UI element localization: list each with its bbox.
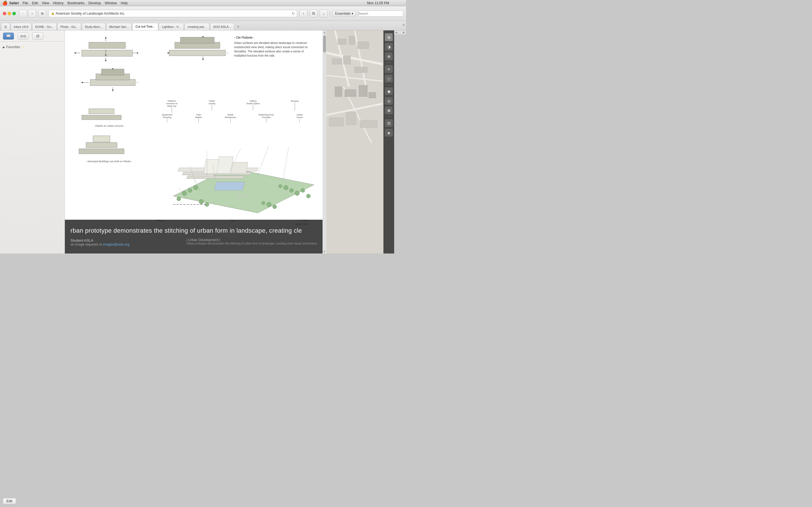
svg-rect-65 xyxy=(246,195,249,198)
menu-history[interactable]: History xyxy=(53,1,63,5)
tab-inbox[interactable]: Inbox (414 xyxy=(11,23,32,30)
tab-study[interactable]: Study Abro... xyxy=(82,23,106,30)
back-button[interactable]: ‹ xyxy=(19,10,27,17)
menu-view[interactable]: View xyxy=(42,1,49,5)
scroll-track[interactable] xyxy=(322,34,326,249)
svg-rect-32 xyxy=(82,115,121,120)
menu-bookmarks[interactable]: Bookmarks xyxy=(68,1,85,5)
panel-icon-6[interactable]: ◎ xyxy=(385,97,393,105)
download-button[interactable]: ↓ xyxy=(320,10,327,17)
svg-marker-11 xyxy=(105,60,107,61)
menu-window[interactable]: Window xyxy=(105,1,117,5)
scroll-right-arrow[interactable]: ▶ xyxy=(403,31,405,34)
cite-diagram-svg xyxy=(166,36,229,61)
svg-rect-88 xyxy=(335,87,342,97)
scroll-thumb[interactable] xyxy=(323,36,326,52)
webpage[interactable]: - Cite Flottante - Urban surfaces are el… xyxy=(65,31,322,253)
tab-cutout[interactable]: Cut out Tree... xyxy=(132,23,158,30)
site-plan-area: Platform connects to Saint-Cyr Public Li… xyxy=(151,100,314,225)
svg-rect-33 xyxy=(89,109,114,114)
toolbar: ‹ › ⊞ 🔒 American Society of Landscape Ar… xyxy=(0,6,406,21)
sidebar-reading-button[interactable]: ◎◎ xyxy=(17,33,29,40)
svg-rect-1 xyxy=(89,42,125,48)
svg-rect-90 xyxy=(359,86,367,97)
svg-rect-40 xyxy=(187,176,244,179)
scroll-up-arrow[interactable]: ▲ xyxy=(323,31,326,34)
panel-icon-8[interactable]: ⊟ xyxy=(385,119,393,127)
panel-icon-4[interactable]: ◻ xyxy=(385,75,393,82)
tab-done[interactable]: DONE - Go... xyxy=(32,23,57,30)
essentials-button[interactable]: Essentials ▾ xyxy=(333,11,356,16)
sidebar: 📖 ◎◎ @ ▶ Favorites ☆ xyxy=(0,31,65,253)
reload-button[interactable]: ↻ xyxy=(292,11,295,15)
panel-icon-3[interactable]: ≡ xyxy=(385,65,393,73)
svg-rect-22 xyxy=(169,50,225,56)
share-button[interactable]: ↑ xyxy=(299,10,307,17)
tab-bar-menu[interactable]: ≡ xyxy=(403,22,405,27)
svg-point-46 xyxy=(188,188,192,192)
right-panel-toolbar: ⊞ ◑ ⊕ ≡ ◻ ◉ ◎ ⊠ ⊟ ◈ xyxy=(384,31,394,253)
tab-photo[interactable]: Photo - Go... xyxy=(57,23,81,30)
maximize-window-button[interactable] xyxy=(12,12,16,15)
panel-icon-2[interactable]: ⊕ xyxy=(385,52,393,60)
sidebar-bookmarks-button[interactable]: 📖 xyxy=(3,33,14,40)
annotation-pool: Reflecting Pool Fountain xyxy=(259,114,274,122)
tab-michael[interactable]: Michael Van... xyxy=(106,23,132,30)
panel-icon-5[interactable]: ◉ xyxy=(385,87,393,95)
overlay-email-link[interactable]: images@asla.org xyxy=(103,242,130,246)
svg-rect-0 xyxy=(82,50,133,56)
menu-help[interactable]: Help xyxy=(121,1,128,5)
tab-duplicate-button[interactable]: ⧉ xyxy=(310,10,317,17)
svg-rect-84 xyxy=(357,42,369,49)
safari-search-input[interactable] xyxy=(358,10,403,17)
annotation-gallery: Gallery Studio Space xyxy=(246,100,260,113)
browser-content: - Cite Flottante - Urban surfaces are el… xyxy=(65,31,394,253)
menu-safari[interactable]: Safari xyxy=(9,1,18,5)
cite-flottante-section: - Cite Flottante - Urban surfaces are el… xyxy=(166,36,314,62)
panel-icon-0[interactable]: ⊞ xyxy=(385,33,393,41)
svg-marker-26 xyxy=(202,36,204,37)
tab-0[interactable]: 2( xyxy=(1,23,10,30)
address-bar[interactable]: 🔒 American Society of Landscape Architec… xyxy=(49,10,297,17)
favorites-header[interactable]: ▶ Favorites ☆ xyxy=(3,44,62,50)
cite-flottante-title: - Cite Flottante - xyxy=(234,36,314,39)
annotation-platform: Platform connects to Saint-Cyr xyxy=(166,100,177,113)
panel-icon-1[interactable]: ◑ xyxy=(385,43,393,51)
sidebar-toggle-button[interactable]: ⊞ xyxy=(38,10,46,17)
tab-asla[interactable]: 2015 ASLA... xyxy=(210,23,234,30)
scroll-left-arrow[interactable]: ◀ xyxy=(395,31,397,34)
vertical-scrollbar[interactable]: ▲ ▼ xyxy=(322,31,326,253)
document-content: - Cite Flottante - Urban surfaces are el… xyxy=(65,31,322,235)
menu-file[interactable]: File xyxy=(22,1,28,5)
tab-lightbox[interactable]: Lightbox - V... xyxy=(159,23,184,30)
forward-button[interactable]: › xyxy=(28,10,36,17)
sidebar-at-button[interactable]: @ xyxy=(32,33,43,40)
overlay-sub-text: Student ASLA xyxy=(70,238,130,242)
panel-icon-9[interactable]: ◈ xyxy=(385,129,393,136)
arrows-diagram-svg xyxy=(73,36,138,61)
new-tab-button[interactable]: + xyxy=(235,23,242,30)
overlay-footer-text: Urban prototype demonstrates the stitchi… xyxy=(187,242,317,245)
url-text: American Society of Landscape Architects… xyxy=(56,11,125,15)
panel-icon-7[interactable]: ⊠ xyxy=(385,107,393,114)
svg-rect-92 xyxy=(329,118,343,126)
menu-develop[interactable]: Develop xyxy=(89,1,101,5)
planks-left-diagrams: - Planks as Urban Ground - xyxy=(73,100,145,225)
svg-point-57 xyxy=(199,200,204,204)
svg-point-47 xyxy=(193,185,198,190)
minimize-window-button[interactable] xyxy=(8,12,11,15)
close-window-button[interactable] xyxy=(3,12,6,15)
svg-line-70 xyxy=(283,147,289,179)
tab-creating[interactable]: creating pat... xyxy=(185,23,209,30)
planks-ground-svg xyxy=(73,100,130,122)
left-shape-diagrams xyxy=(73,36,152,97)
menu-edit[interactable]: Edit xyxy=(32,1,38,5)
apple-menu[interactable]: 🍎 xyxy=(2,1,8,6)
svg-point-54 xyxy=(273,205,276,209)
menu-bar: Safari File Edit View History Bookmarks … xyxy=(9,1,128,5)
overlay-bottom-bar: Student ASLA on image requests to images… xyxy=(70,237,317,246)
svg-rect-61 xyxy=(240,193,242,195)
scroll-down-arrow[interactable]: ▼ xyxy=(323,249,326,253)
favorites-arrow: ▶ xyxy=(3,46,5,49)
svg-point-55 xyxy=(262,202,265,205)
